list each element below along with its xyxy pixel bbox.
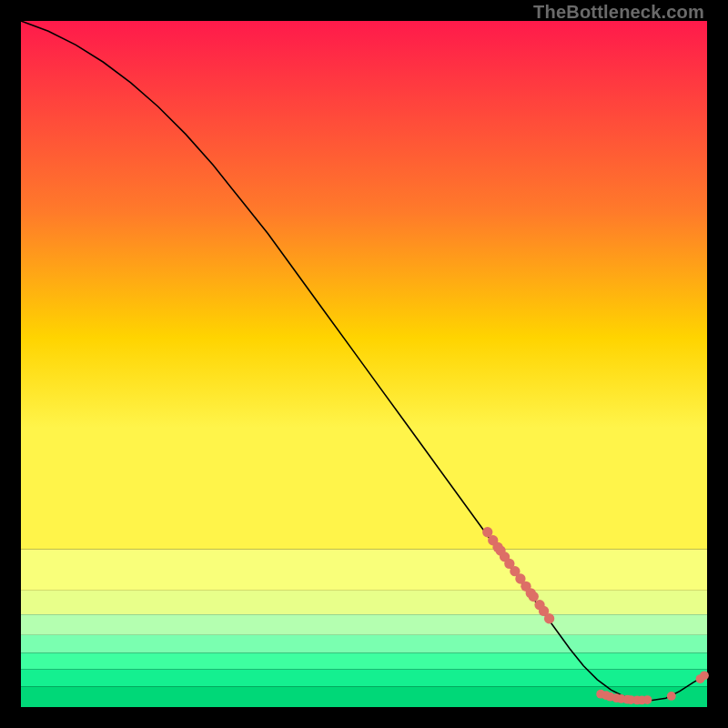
data-point: [544, 613, 554, 623]
bottleneck-curve: [21, 21, 704, 700]
watermark-text: TheBottleneck.com: [533, 2, 704, 23]
chart-overlay: [21, 21, 707, 707]
plot-area: [21, 21, 707, 707]
chart-frame: TheBottleneck.com: [0, 0, 728, 728]
data-point: [667, 692, 676, 701]
data-point: [529, 592, 539, 602]
data-point: [700, 671, 709, 680]
data-point: [643, 695, 652, 704]
data-points-upper: [482, 527, 554, 623]
